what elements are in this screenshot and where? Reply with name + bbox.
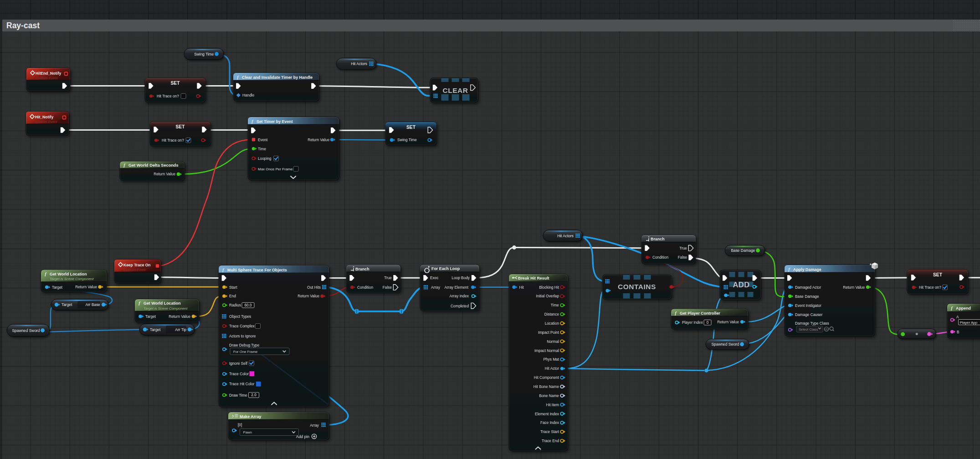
svg-text:Phys Mat: Phys Mat	[543, 357, 559, 362]
svg-text:Array Index: Array Index	[450, 294, 469, 298]
svg-text:Arr Base: Arr Base	[85, 302, 100, 307]
svg-text:SET: SET	[933, 272, 943, 277]
svg-text:Max Once Per Frame: Max Once Per Frame	[258, 167, 293, 171]
svg-text:Custom Event: Custom Event	[36, 76, 58, 80]
svg-text:Return Value: Return Value	[717, 320, 739, 324]
svg-text:Select Class: Select Class	[799, 327, 818, 332]
svg-text:Hit Bone Name: Hit Bone Name	[534, 384, 559, 389]
svg-text:Base Damage: Base Damage	[795, 294, 819, 299]
svg-text:True: True	[679, 246, 687, 250]
svg-text:Face Index: Face Index	[540, 420, 559, 425]
svg-text:Ray-cast: Ray-cast	[6, 21, 40, 30]
svg-text:HitEnd_Notify: HitEnd_Notify	[36, 71, 61, 76]
svg-text:Return Value: Return Value	[169, 314, 190, 319]
svg-text:Damage Type Class: Damage Type Class	[795, 321, 829, 326]
svg-text:Normal: Normal	[547, 339, 559, 344]
svg-text:Trace Hit Color: Trace Hit Color	[229, 382, 255, 386]
svg-text:Condition: Condition	[357, 285, 373, 290]
svg-text:Target: Target	[62, 302, 72, 307]
svg-text:Impact Normal: Impact Normal	[534, 348, 559, 353]
svg-text:Start: Start	[229, 285, 237, 290]
svg-text:CLEAR: CLEAR	[443, 87, 468, 94]
svg-text:Hit Actors: Hit Actors	[557, 234, 574, 238]
svg-text:Pawn: Pawn	[243, 430, 252, 434]
svg-text:Event: Event	[258, 138, 268, 142]
svg-text:ADD: ADD	[733, 280, 749, 289]
svg-text:Return Value: Return Value	[843, 285, 865, 290]
svg-text:Player App: Player App	[960, 321, 978, 325]
svg-text:Add pin: Add pin	[296, 434, 309, 439]
svg-text:Location: Location	[545, 321, 559, 326]
svg-text:End: End	[229, 294, 236, 298]
svg-text:Get World Delta Seconds: Get World Delta Seconds	[128, 163, 179, 168]
svg-text:Damaged Actor: Damaged Actor	[795, 285, 821, 290]
svg-text:SET: SET	[175, 124, 185, 129]
svg-text:Time: Time	[551, 303, 559, 307]
svg-text:Hit: Hit	[519, 285, 524, 290]
svg-text:0: 0	[707, 321, 709, 325]
svg-text:Array: Array	[431, 285, 441, 290]
svg-text:Time: Time	[258, 147, 267, 151]
svg-text:Actors to Ignore: Actors to Ignore	[229, 334, 256, 338]
svg-text:Apply Damage: Apply Damage	[793, 267, 821, 272]
svg-text:Array: Array	[310, 423, 319, 428]
svg-text:Hit Trace on?: Hit Trace on?	[162, 138, 184, 143]
svg-text:Target is Scene Component: Target is Scene Component	[50, 277, 94, 281]
svg-text:Trace Start: Trace Start	[540, 429, 559, 434]
svg-text:60.0: 60.0	[245, 303, 252, 307]
svg-text:Break Hit Result: Break Hit Result	[518, 276, 549, 280]
svg-text:Target: Target	[52, 285, 63, 290]
svg-text:[0]: [0]	[238, 423, 242, 427]
svg-text:Branch: Branch	[355, 267, 369, 271]
svg-text:Radius: Radius	[229, 303, 241, 307]
svg-text:B: B	[957, 330, 959, 334]
svg-text:CONTAINS: CONTAINS	[618, 283, 656, 291]
svg-text:True: True	[384, 275, 392, 280]
svg-text:Get World Location: Get World Location	[50, 272, 87, 276]
svg-text:Make Array: Make Array	[240, 414, 262, 419]
svg-text:Exec: Exec	[430, 275, 438, 280]
svg-text:Hit_Notify: Hit_Notify	[35, 115, 53, 119]
svg-text:Spawned Sword: Spawned Sword	[712, 342, 739, 347]
svg-text:Distance: Distance	[544, 312, 559, 316]
svg-text:SET: SET	[406, 125, 416, 130]
svg-text:Base Damage: Base Damage	[731, 248, 755, 253]
svg-text:Array Element: Array Element	[444, 285, 468, 290]
svg-text:Append: Append	[956, 306, 971, 311]
svg-text:Object Types: Object Types	[229, 314, 251, 319]
svg-text:False: False	[383, 285, 392, 290]
svg-text:Impact Point: Impact Point	[538, 330, 559, 335]
svg-text:Event Instigator: Event Instigator	[795, 303, 821, 308]
svg-text:Ignore Self: Ignore Self	[229, 361, 248, 366]
svg-text:Swing Time: Swing Time	[397, 138, 417, 142]
svg-text:Player Index: Player Index	[682, 321, 703, 325]
svg-text:Get Player Controller: Get Player Controller	[680, 311, 720, 316]
svg-text:Trace Complex: Trace Complex	[229, 324, 255, 328]
svg-text:Custom Event: Custom Event	[35, 120, 58, 124]
svg-text:False: False	[678, 255, 688, 260]
svg-text:2.0: 2.0	[251, 393, 257, 397]
svg-text:Trace End: Trace End	[542, 439, 559, 443]
svg-text:Hit Trace on?: Hit Trace on?	[919, 286, 941, 290]
svg-text:Branch: Branch	[651, 237, 665, 241]
svg-text:Hit Item: Hit Item	[546, 403, 559, 407]
svg-text:Condition: Condition	[652, 255, 668, 260]
svg-text:Out Hits: Out Hits	[307, 285, 321, 290]
svg-text:Return Value: Return Value	[308, 138, 329, 142]
svg-text:Blocking Hit: Blocking Hit	[539, 285, 559, 290]
svg-text:A: A	[956, 315, 959, 319]
svg-text:Draw Debug Type: Draw Debug Type	[229, 343, 260, 347]
svg-text:Custom Event: Custom Event	[123, 268, 146, 272]
svg-text:Arr Tip: Arr Tip	[175, 327, 186, 332]
svg-text:Loop Body: Loop Body	[452, 275, 470, 280]
svg-text:Hit Component: Hit Component	[534, 375, 559, 380]
svg-text:Handle: Handle	[242, 93, 255, 97]
svg-text:Target is Scene Component: Target is Scene Component	[144, 306, 188, 311]
svg-text:Damage Causer: Damage Causer	[795, 312, 823, 317]
svg-text:For Each Loop: For Each Loop	[431, 266, 460, 271]
svg-text:Swing Time: Swing Time	[194, 52, 214, 56]
svg-text:Return Value: Return Value	[75, 285, 97, 289]
svg-text:Hit Actor: Hit Actor	[545, 366, 559, 371]
svg-text:Element Index: Element Index	[535, 412, 559, 416]
svg-text:Trace Color: Trace Color	[229, 372, 249, 376]
